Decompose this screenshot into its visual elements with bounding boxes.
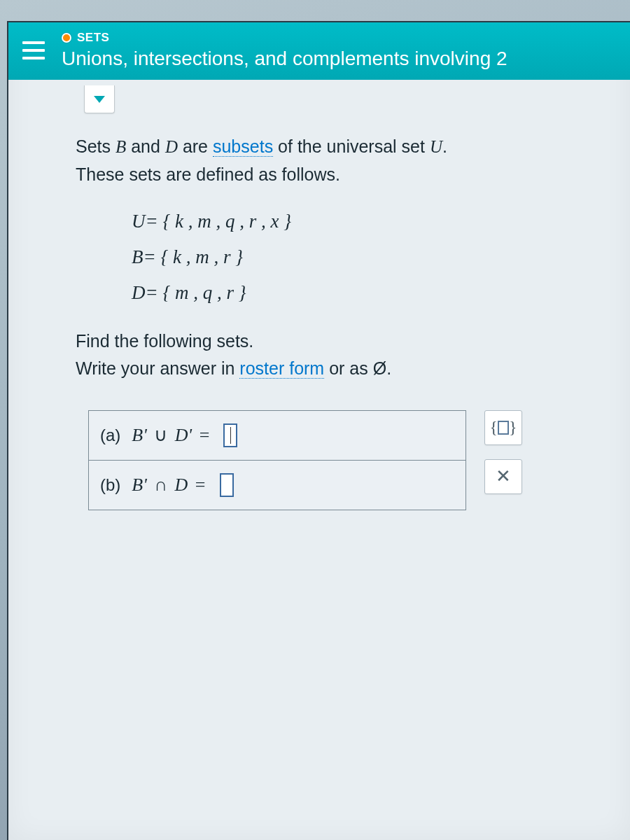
expr-b: B' ∩ D =: [132, 475, 208, 496]
app-frame: SETS Unions, intersections, and compleme…: [7, 21, 630, 840]
text: or as: [324, 358, 372, 378]
expr-a: B' ∪ D' =: [132, 424, 212, 446]
set-braces-button[interactable]: {}: [484, 410, 522, 445]
answer-row-b: (b) B' ∩ D =: [89, 460, 465, 510]
part-label-a: (a): [100, 426, 120, 445]
close-icon: ✕: [496, 465, 511, 487]
menu-button[interactable]: [18, 35, 49, 66]
answers-table: (a) B' ∪ D' = (b) B' ∩ D =: [88, 410, 466, 510]
var-U: U: [430, 137, 442, 156]
intro-line2: These sets are defined as follows.: [76, 164, 340, 184]
var-D: D: [165, 137, 178, 156]
text: are: [178, 136, 213, 156]
def-U: U= { k , m , q , r , x }: [132, 204, 610, 239]
tool-palette: {} ✕: [484, 410, 522, 494]
clear-button[interactable]: ✕: [484, 459, 522, 494]
expand-toggle[interactable]: [84, 85, 115, 113]
set-definitions: U= { k , m , q , r , x } B= { k , m , r …: [132, 204, 610, 312]
answer-input-b[interactable]: [220, 473, 234, 497]
equals: =: [192, 475, 209, 495]
brace-open: {: [489, 418, 498, 437]
header-text: SETS Unions, intersections, and compleme…: [62, 31, 616, 70]
text: and: [126, 136, 165, 156]
link-roster-form[interactable]: roster form: [239, 358, 324, 379]
term: B': [132, 475, 146, 495]
category-label: SETS: [77, 31, 109, 45]
union-op: ∪: [151, 425, 170, 445]
term: B': [132, 425, 146, 445]
placeholder-slot-icon: [498, 421, 509, 435]
empty-set-symbol: Ø: [373, 358, 386, 378]
intersect-op: ∩: [151, 475, 170, 495]
intro-paragraph: Sets B and D are subsets of the universa…: [76, 133, 610, 188]
term: D': [175, 425, 192, 445]
term: D: [175, 475, 188, 495]
topic-title: Unions, intersections, and complements i…: [62, 48, 616, 70]
category-row: SETS: [62, 31, 616, 45]
instructions: Find the following sets. Write your answ…: [76, 328, 610, 382]
content-body: Sets B and D are subsets of the universa…: [8, 80, 630, 524]
var-B: B: [115, 137, 126, 156]
def-D: D= { m , q , r }: [132, 275, 610, 311]
chevron-down-icon: [94, 96, 105, 103]
answers-area: (a) B' ∪ D' = (b) B' ∩ D =: [88, 410, 610, 510]
text: of the universal set: [273, 136, 430, 156]
def-B: B= { k , m , r }: [132, 239, 610, 275]
text: Write your answer in: [76, 358, 239, 378]
header-bar: SETS Unions, intersections, and compleme…: [8, 22, 630, 80]
text: .: [442, 136, 447, 156]
instruct-line1: Find the following sets.: [76, 331, 253, 351]
answer-row-a: (a) B' ∪ D' =: [89, 411, 465, 460]
part-label-b: (b): [100, 475, 120, 495]
brace-close: }: [509, 418, 517, 437]
text: .: [386, 358, 391, 378]
status-dot-icon: [62, 33, 71, 43]
answer-input-a[interactable]: [223, 424, 237, 447]
text: Sets: [76, 136, 115, 156]
equals: =: [197, 425, 213, 445]
link-subsets[interactable]: subsets: [213, 136, 273, 157]
